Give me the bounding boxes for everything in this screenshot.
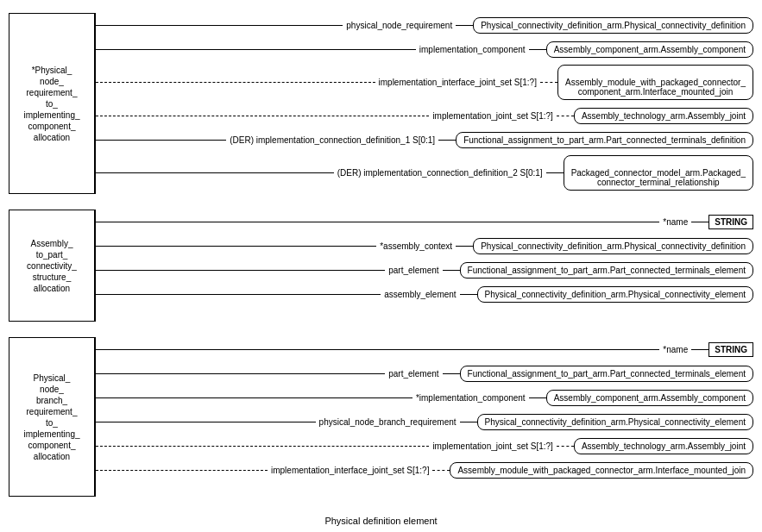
row4: implementation_joint_set S[1:?] Assembly… [96, 103, 753, 128]
row5-connector [438, 140, 456, 141]
row1-right-box: Physical_connectivity_definition_arm.Phy… [473, 17, 753, 34]
s3-row3-label: *implementation_component [412, 393, 529, 403]
s3-row3: *implementation_component Assembly_compo… [96, 385, 753, 410]
row3-label: implementation_interface_joint_set S[1:?… [375, 78, 540, 87]
footer-text: Physical definition element [324, 516, 437, 526]
s3-row4-right-box: Physical_connectivity_definition_arm.Phy… [477, 414, 753, 430]
row1-label: physical_node_requirement [343, 21, 456, 30]
row6-line [96, 172, 334, 173]
s3-row5-label: implementation_joint_set S[1:?] [429, 441, 557, 451]
s2-row3-label: part_element [385, 266, 442, 275]
s2-row2: *assembly_context Physical_connectivity_… [96, 234, 753, 258]
row1-connector [456, 25, 473, 26]
row6-right-box: Packaged_connector_model_arm.Packaged_ c… [564, 155, 753, 191]
s3-row6: implementation_interface_joint_set S[1:?… [96, 458, 753, 482]
section1-rows: physical_node_requirement Physical_conne… [95, 13, 753, 194]
s3-row1: *name STRING [96, 337, 753, 361]
row2-label: implementation_component [416, 45, 529, 54]
section3-label: Physical_ node_ branch_ requirement_ to_… [23, 372, 79, 462]
s2-row2-right-box: Physical_connectivity_definition_arm.Phy… [473, 238, 753, 254]
s2-row4-label: assembly_element [381, 290, 459, 299]
s3-row5: implementation_joint_set S[1:?] Assembly… [96, 434, 753, 458]
row5-label: (DER) implementation_connection_definiti… [226, 135, 438, 145]
row4-label: implementation_joint_set S[1:?] [429, 111, 557, 121]
section3-rows: *name STRING part_element Functional_ass… [95, 337, 753, 497]
s3-row2-label: part_element [385, 369, 442, 379]
s3-row3-right-box: Assembly_component_arm.Assembly_componen… [546, 390, 753, 406]
row3: implementation_interface_joint_set S[1:?… [96, 61, 753, 103]
row6-connector [546, 172, 564, 173]
section3-left-box: Physical_ node_ branch_ requirement_ to_… [9, 337, 95, 497]
s3-row5-right-box: Assembly_technology_arm.Assembly_joint [574, 438, 753, 454]
s3-row2: part_element Functional_assignment_to_pa… [96, 361, 753, 385]
row4-right-box: Assembly_technology_arm.Assembly_joint [574, 108, 753, 124]
row5: (DER) implementation_connection_definiti… [96, 128, 753, 152]
row1: physical_node_requirement Physical_conne… [96, 13, 753, 37]
footer: Physical definition element [9, 512, 753, 529]
section1-label: *Physical_ node_ requirement_ to_ implem… [23, 65, 79, 143]
s3-row4-label: physical_node_branch_requirement [316, 417, 460, 427]
s3-row4: physical_node_branch_requirement Physica… [96, 410, 753, 434]
s2-row1: *name STRING [96, 210, 753, 234]
section1-left-box: *Physical_ node_ requirement_ to_ implem… [9, 13, 95, 194]
row4-line [96, 116, 429, 116]
s3-row6-label: implementation_interface_joint_set S[1:?… [268, 466, 432, 475]
row6: (DER) implementation_connection_definiti… [96, 152, 753, 194]
row2-right-box: Assembly_component_arm.Assembly_componen… [546, 41, 753, 58]
s2-row3-right-box: Functional_assignment_to_part_arm.Part_c… [460, 262, 753, 279]
section2-rows: *name STRING *assembly_context Physical_… [95, 210, 753, 322]
diagram: *Physical_ node_ requirement_ to_ implem… [0, 0, 762, 532]
row1-line [96, 25, 343, 26]
s2-row1-right-box: STRING [708, 215, 753, 229]
s2-row4: assembly_element Physical_connectivity_d… [96, 282, 753, 306]
row3-line [96, 82, 375, 83]
row6-label: (DER) implementation_connection_definiti… [334, 168, 546, 178]
row5-right-box: Functional_assignment_to_part_arm.Part_c… [456, 132, 753, 148]
row3-right-box: Assembly_module_with_packaged_connector_… [557, 65, 753, 100]
s3-row1-right-box: STRING [708, 342, 753, 357]
row2-connector [529, 49, 546, 50]
s2-row1-label: *name [659, 217, 691, 227]
row2: implementation_component Assembly_compon… [96, 37, 753, 61]
section2-label: Assembly_ to_part_ connectivity_ structu… [27, 238, 77, 294]
row5-line [96, 140, 226, 141]
row2-line [96, 49, 416, 50]
s2-row4-right-box: Physical_connectivity_definition_arm.Phy… [477, 286, 753, 303]
s2-row2-label: *assembly_context [376, 241, 456, 251]
row4-connector [557, 116, 574, 116]
row3-connector [540, 82, 557, 83]
section2-left-box: Assembly_ to_part_ connectivity_ structu… [9, 210, 95, 322]
s3-row1-label: *name [659, 345, 691, 354]
s3-row6-right-box: Assembly_module_with_packaged_connector_… [450, 462, 753, 479]
s2-row3: part_element Functional_assignment_to_pa… [96, 258, 753, 282]
s3-row2-right-box: Functional_assignment_to_part_arm.Part_c… [460, 366, 753, 382]
